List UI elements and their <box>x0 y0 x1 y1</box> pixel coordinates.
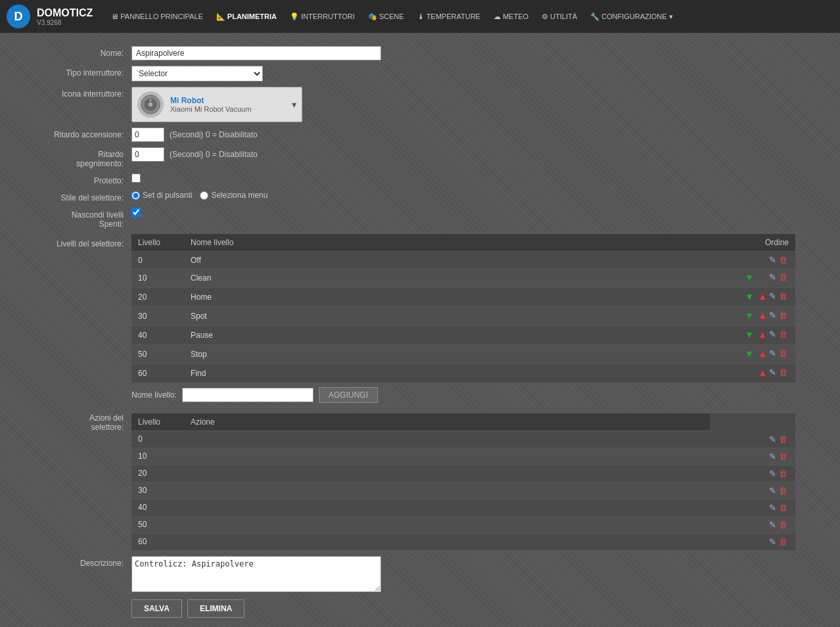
level-down-button[interactable]: ▼ <box>742 272 754 284</box>
protetto-row: Protetto: <box>13 174 827 185</box>
nav-configurazione[interactable]: 🔧 CONFIGURAZIONE ▾ <box>585 9 678 25</box>
nav-pannello[interactable]: 🖥 PANNELLO PRINCIPALE <box>106 9 208 25</box>
level-down-button[interactable]: ▼ <box>742 329 754 341</box>
level-row: 60Find▲✎🗑 <box>131 364 795 383</box>
tipo-control: Selector On/Off Dimmer Venetian Blind Ve… <box>131 66 827 81</box>
livelli-row: Livelli del selettore: Livello Nome live… <box>13 234 827 403</box>
action-azione <box>184 516 710 533</box>
level-delete-button[interactable]: 🗑 <box>779 255 787 265</box>
stile-menu-radio[interactable] <box>200 191 208 200</box>
action-delete-button[interactable]: 🗑 <box>779 537 787 547</box>
level-up-button[interactable]: ▲ <box>755 291 767 303</box>
action-delete-button[interactable]: 🗑 <box>779 520 787 530</box>
app-name: DOMOTICZ <box>37 7 93 19</box>
descrizione-textarea[interactable]: Controlicz: Aspirapolvere <box>131 556 381 592</box>
tipo-select[interactable]: Selector On/Off Dimmer Venetian Blind Ve… <box>131 66 263 81</box>
action-edit-button[interactable]: ✎ <box>769 486 776 496</box>
action-delete-button[interactable]: 🗑 <box>779 486 787 496</box>
level-up-button[interactable]: ▲ <box>755 310 767 322</box>
level-edit-button[interactable]: ✎ <box>769 255 776 265</box>
nav-temperature[interactable]: 🌡 TEMPERATURE <box>412 9 486 25</box>
action-edit-button[interactable]: ✎ <box>769 520 776 530</box>
action-icons: ✎🗑 <box>710 431 795 448</box>
livelli-control: Livello Nome livello Ordine 0Off✎🗑10Clea… <box>131 234 827 403</box>
action-delete-button[interactable]: 🗑 <box>779 503 787 513</box>
level-down-button[interactable]: ▼ <box>742 310 754 322</box>
level-actions: ▼▲✎🗑 <box>690 288 795 307</box>
descrizione-label: Descrizione: <box>13 556 131 568</box>
level-down-button[interactable]: ▼ <box>742 348 754 360</box>
nav-interruttori[interactable]: 💡 INTERRUTTORI <box>285 9 360 25</box>
nome-control <box>131 46 827 60</box>
nav-planimetria[interactable]: 📐 PLANIMETRIA <box>211 9 282 25</box>
level-delete-button[interactable]: 🗑 <box>779 272 787 282</box>
level-delete-button[interactable]: 🗑 <box>779 329 787 339</box>
protetto-checkbox[interactable] <box>131 174 141 183</box>
action-edit-button[interactable]: ✎ <box>769 434 776 444</box>
buttons-area: SALVA ELIMINA <box>131 599 827 618</box>
action-edit-button[interactable]: ✎ <box>769 469 776 478</box>
livelli-label: Livelli del selettore: <box>13 234 131 248</box>
level-delete-button[interactable]: 🗑 <box>779 291 787 301</box>
action-delete-button[interactable]: 🗑 <box>779 469 787 478</box>
nascondi-control <box>131 208 827 217</box>
level-actions: ▼▲✎🗑 <box>690 345 795 364</box>
level-edit-button[interactable]: ✎ <box>769 329 776 339</box>
level-livello: 30 <box>131 307 184 326</box>
action-azione <box>184 431 710 448</box>
level-edit-button[interactable]: ✎ <box>769 310 776 320</box>
level-delete-button[interactable]: 🗑 <box>779 310 787 320</box>
action-delete-button[interactable]: 🗑 <box>779 452 787 461</box>
ritardo-spe-control: (Secondi) 0 = Disabilitato <box>131 147 827 162</box>
ritardo-spe-row: Ritardo spegnimento: (Secondi) 0 = Disab… <box>13 147 827 168</box>
level-livello: 0 <box>131 252 184 269</box>
stile-pulsanti-label[interactable]: Set di pulsanti <box>131 191 192 200</box>
ritardo-acc-label: Ritardo accensione: <box>13 128 131 139</box>
action-icons: ✎🗑 <box>710 465 795 482</box>
ritardo-acc-row: Ritardo accensione: (Secondi) 0 = Disabi… <box>13 128 827 142</box>
icona-control: Mi Robot Xiaomi Mi Robot Vacuum ▾ <box>131 87 827 122</box>
level-edit-button[interactable]: ✎ <box>769 348 776 358</box>
level-edit-button[interactable]: ✎ <box>769 291 776 301</box>
action-edit-button[interactable]: ✎ <box>769 537 776 547</box>
level-down-button[interactable]: ▼ <box>742 291 754 303</box>
add-level-row: Nome livello: AGGIUNGI <box>131 387 827 403</box>
descrizione-control: Controlicz: Aspirapolvere <box>131 556 827 594</box>
nome-input[interactable] <box>131 46 381 60</box>
level-row: 10Clean▼✎🗑 <box>131 269 795 288</box>
level-edit-button[interactable]: ✎ <box>769 272 776 282</box>
action-livello: 10 <box>131 448 184 465</box>
action-edit-button[interactable]: ✎ <box>769 452 776 461</box>
action-delete-button[interactable]: 🗑 <box>779 434 787 444</box>
actions-table: Livello Azione 0✎🗑10✎🗑20✎🗑30✎🗑40✎🗑50✎🗑60… <box>131 413 795 551</box>
nome-livello-input[interactable] <box>182 388 314 402</box>
nascondi-checkbox[interactable] <box>131 208 141 217</box>
level-nome: Find <box>184 364 690 383</box>
action-livello: 20 <box>131 465 184 482</box>
level-up-button[interactable]: ▲ <box>755 348 767 360</box>
ritardo-acc-control: (Secondi) 0 = Disabilitato <box>131 128 827 142</box>
level-nome: Stop <box>184 345 690 364</box>
stile-menu-label[interactable]: Seleziona menu <box>200 191 268 200</box>
elimina-button[interactable]: ELIMINA <box>187 599 245 618</box>
nascondi-row: Nascondi livelli Spenti: <box>13 208 827 229</box>
nav-scene[interactable]: 🎭 SCENE <box>363 9 409 25</box>
ritardo-acc-hint: (Secondi) 0 = Disabilitato <box>170 130 258 139</box>
ritardo-spe-input[interactable] <box>131 147 164 162</box>
level-edit-button[interactable]: ✎ <box>769 367 776 377</box>
level-delete-button[interactable]: 🗑 <box>779 348 787 358</box>
nav-meteo[interactable]: ☁ METEO <box>488 9 534 25</box>
level-nome: Clean <box>184 269 690 288</box>
icon-selector-button[interactable]: Mi Robot Xiaomi Mi Robot Vacuum ▾ <box>131 87 302 122</box>
nav-utilita[interactable]: ⚙ UTILITÀ <box>536 9 582 25</box>
level-delete-button[interactable]: 🗑 <box>779 367 787 377</box>
aggiungi-button[interactable]: AGGIUNGI <box>319 387 378 403</box>
stile-pulsanti-radio[interactable] <box>131 191 140 200</box>
level-up-button[interactable]: ▲ <box>755 329 767 341</box>
action-edit-button[interactable]: ✎ <box>769 503 776 513</box>
action-row: 20✎🗑 <box>131 465 795 482</box>
action-azione <box>184 448 710 465</box>
ritardo-acc-input[interactable] <box>131 128 164 142</box>
level-up-button[interactable]: ▲ <box>755 367 767 379</box>
salva-button[interactable]: SALVA <box>131 599 182 618</box>
